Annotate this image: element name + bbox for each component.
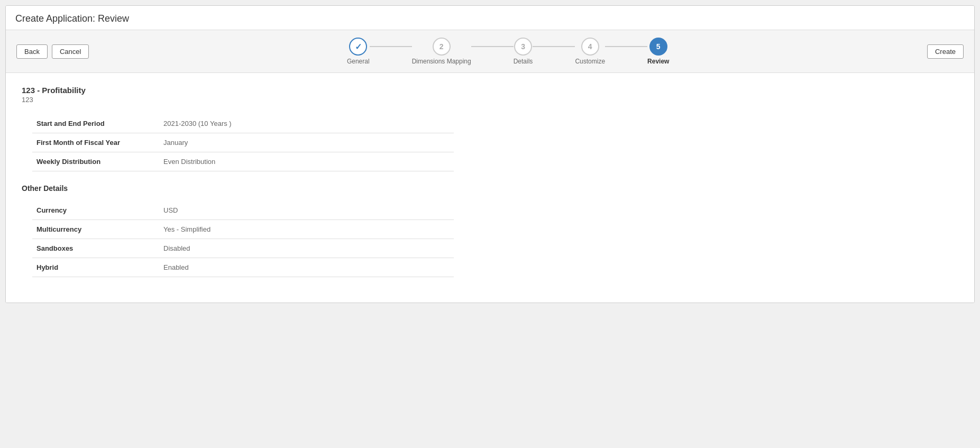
wizard-step-2: 2 Dimensions Mapping [412, 38, 471, 65]
wizard-step-5: 5 Review [647, 38, 669, 65]
table-row: Weekly Distribution Even Distribution [32, 152, 454, 171]
row-label-multicurrency: Multicurrency [32, 220, 159, 239]
page-title: Create Application: Review [15, 13, 965, 24]
step-connector-2-3 [471, 46, 514, 47]
row-value-multicurrency: Yes - Simplified [159, 220, 454, 239]
row-label-start-end: Start and End Period [32, 114, 159, 133]
table-row: Start and End Period 2021-2030 (10 Years… [32, 114, 454, 133]
step-number-3: 3 [521, 42, 525, 51]
wizard-step-4: 4 Customize [575, 38, 605, 65]
application-id: 123 [22, 96, 958, 104]
step-label-1: General [347, 58, 370, 65]
step-number-5: 5 [656, 42, 661, 51]
row-value-sandboxes: Disabled [159, 239, 454, 258]
step-circle-5: 5 [649, 38, 667, 56]
title-bar: Create Application: Review [6, 6, 974, 30]
cancel-button[interactable]: Cancel [52, 44, 89, 59]
step-label-4: Customize [575, 58, 605, 65]
row-label-sandboxes: Sandboxes [32, 239, 159, 258]
row-value-fiscal-month: January [159, 133, 454, 152]
checkmark-icon-1 [355, 42, 362, 52]
other-details-heading: Other Details [22, 184, 958, 193]
row-value-hybrid: Enabled [159, 258, 454, 277]
table-row: Sandboxes Disabled [32, 239, 454, 258]
table-row: Currency USD [32, 201, 454, 220]
row-value-currency: USD [159, 201, 454, 220]
step-circle-3: 3 [514, 38, 532, 56]
step-number-2: 2 [439, 42, 444, 51]
row-label-weekly-dist: Weekly Distribution [32, 152, 159, 171]
table-row: First Month of Fiscal Year January [32, 133, 454, 152]
main-content: 123 - Profitability 123 Start and End Pe… [6, 73, 974, 303]
step-connector-1-2 [370, 46, 412, 47]
wizard-steps: General 2 Dimensions Mapping 3 Details [89, 38, 927, 65]
row-label-hybrid: Hybrid [32, 258, 159, 277]
step-circle-4: 4 [581, 38, 599, 56]
step-label-2: Dimensions Mapping [412, 58, 471, 65]
step-connector-4-5 [605, 46, 647, 47]
details-table: Start and End Period 2021-2030 (10 Years… [32, 114, 454, 171]
row-label-fiscal-month: First Month of Fiscal Year [32, 133, 159, 152]
row-value-start-end: 2021-2030 (10 Years ) [159, 114, 454, 133]
wizard-step-3: 3 Details [514, 38, 533, 65]
create-button[interactable]: Create [927, 44, 964, 59]
table-row: Multicurrency Yes - Simplified [32, 220, 454, 239]
step-label-3: Details [514, 58, 533, 65]
row-value-weekly-dist: Even Distribution [159, 152, 454, 171]
table-row: Hybrid Enabled [32, 258, 454, 277]
wizard-left-buttons: Back Cancel [16, 44, 89, 59]
step-label-5: Review [647, 58, 669, 65]
app-container: Create Application: Review Back Cancel G… [5, 5, 975, 303]
step-circle-2: 2 [433, 38, 451, 56]
step-connector-3-4 [533, 46, 575, 47]
step-number-4: 4 [588, 42, 592, 51]
wizard-step-1: General [347, 38, 370, 65]
application-name: 123 - Profitability [22, 86, 958, 95]
wizard-right-buttons: Create [927, 44, 964, 59]
other-details-table: Currency USD Multicurrency Yes - Simplif… [32, 201, 454, 277]
back-button[interactable]: Back [16, 44, 48, 59]
wizard-header: Back Cancel General 2 Dimensions Mapping [6, 30, 974, 73]
row-label-currency: Currency [32, 201, 159, 220]
step-circle-1 [349, 38, 367, 56]
